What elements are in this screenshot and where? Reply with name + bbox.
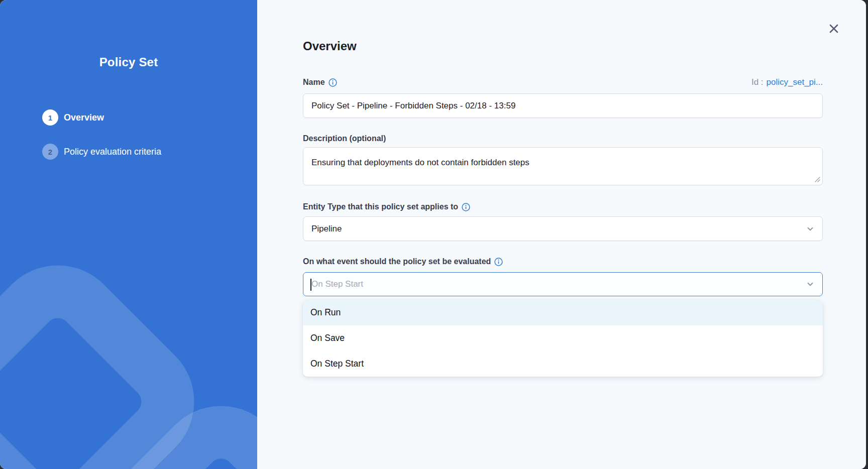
name-label-row: Name Id : policy_set_pi... (303, 77, 823, 88)
info-icon[interactable] (494, 258, 503, 266)
event-options-menu: On Run On Save On Step Start (303, 300, 823, 377)
description-label: Description (optional) (303, 133, 823, 144)
sidebar-step-policy-evaluation-criteria[interactable]: 2 Policy evaluation criteria (42, 144, 161, 160)
text-caret (310, 279, 311, 291)
policy-set-modal-screen: Policy Set 1 Overview 2 Policy evaluatio… (0, 0, 868, 469)
entity-type-selected-value: Pipeline (311, 224, 342, 234)
option-on-save[interactable]: On Save (303, 325, 823, 351)
step-label: Overview (64, 112, 104, 123)
policy-set-wizard-modal: Policy Set 1 Overview 2 Policy evaluatio… (0, 0, 866, 469)
policy-set-id-link[interactable]: policy_set_pi... (767, 77, 823, 87)
overview-form: Overview Name Id : policy_set_pi... (303, 0, 823, 377)
description-textarea[interactable]: Ensuring that deployments do not contain… (303, 147, 823, 185)
option-on-run[interactable]: On Run (303, 300, 823, 325)
event-label-row: On what event should the policy set be e… (303, 256, 823, 267)
sidebar-step-overview[interactable]: 1 Overview (42, 109, 161, 126)
step-label: Policy evaluation criteria (64, 147, 161, 157)
option-on-step-start[interactable]: On Step Start (303, 351, 823, 377)
chevron-down-icon (806, 225, 814, 233)
chevron-down-icon (806, 280, 814, 288)
wizard-title: Policy Set (0, 55, 257, 69)
close-icon (829, 24, 839, 34)
wizard-sidebar: Policy Set 1 Overview 2 Policy evaluatio… (0, 0, 257, 469)
entity-type-label: Entity Type that this policy set applies… (303, 201, 458, 212)
close-button[interactable] (827, 22, 841, 36)
name-label: Name (303, 77, 325, 88)
info-icon[interactable] (462, 203, 470, 211)
id-prefix: Id : (751, 77, 764, 87)
description-field: Ensuring that deployments do not contain… (303, 147, 823, 185)
wizard-steps: 1 Overview 2 Policy evaluation criteria (42, 109, 161, 178)
policy-set-id: Id : policy_set_pi... (751, 77, 823, 87)
info-icon[interactable] (329, 78, 337, 87)
resize-handle-icon[interactable] (814, 176, 820, 182)
step-number-badge: 2 (42, 144, 58, 160)
name-input[interactable] (303, 93, 823, 118)
event-input[interactable] (303, 279, 822, 289)
event-combobox (303, 272, 823, 296)
step-number-badge: 1 (42, 109, 58, 126)
entity-type-label-row: Entity Type that this policy set applies… (303, 201, 823, 212)
entity-type-select[interactable]: Pipeline (303, 216, 823, 241)
page-title: Overview (303, 38, 823, 54)
event-label: On what event should the policy set be e… (303, 256, 491, 267)
overview-panel: Overview Name Id : policy_set_pi... (257, 0, 866, 469)
